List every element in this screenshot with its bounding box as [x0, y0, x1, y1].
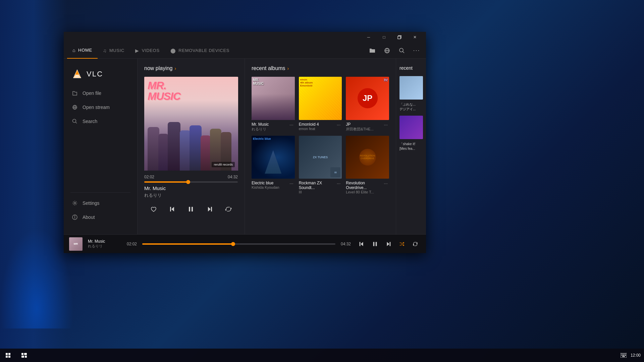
progress-handle[interactable] — [186, 180, 190, 184]
svg-rect-43 — [625, 355, 626, 356]
svg-rect-44 — [622, 356, 625, 357]
prev-button[interactable] — [166, 203, 178, 215]
sidebar-bottom: Settings About — [64, 196, 137, 228]
svg-line-14 — [75, 122, 77, 123]
album-art-title: MR.MUSIC — [148, 80, 180, 102]
pb-next-button[interactable] — [383, 239, 394, 249]
sidebar-divider — [70, 192, 130, 193]
start-button[interactable] — [0, 349, 16, 362]
close-button[interactable]: ✕ — [407, 32, 423, 43]
svg-rect-0 — [398, 36, 400, 39]
restore-button[interactable] — [392, 32, 407, 43]
more-btn-revolution[interactable]: ··· — [382, 181, 389, 186]
album-thumb-jp: JP 🇬🇧 — [346, 77, 389, 120]
album-info-electric: Electric blue Kishida Kyoudan ··· — [252, 181, 295, 189]
minimize-button[interactable]: ─ — [361, 32, 376, 43]
task-view-button[interactable] — [16, 349, 32, 362]
svg-rect-30 — [390, 242, 391, 246]
pb-progress-bar[interactable] — [142, 243, 335, 245]
pb-album-thumb: MR — [69, 237, 83, 251]
controls-row — [144, 203, 238, 215]
album-card-jp[interactable]: JP 🇬🇧 JP 岸田教団&THE... ··· — [346, 77, 389, 132]
about-icon — [72, 214, 78, 220]
mr-music-art: MR.MUSIC rerul — [144, 77, 238, 171]
pause-button[interactable] — [185, 203, 197, 215]
like-button[interactable] — [148, 203, 160, 215]
sidebar-item-open-file[interactable]: Open file — [64, 86, 137, 100]
pb-progress-fill — [142, 243, 233, 245]
album-card-emonloid[interactable]: emon4th albumEmonloid Emonloid 4 emon fe… — [299, 77, 342, 132]
repeat-button[interactable] — [222, 203, 234, 215]
more-btn-jp[interactable]: ··· — [382, 122, 389, 127]
recent-albums-panel: recent albums › MR.MUSIC — [245, 59, 396, 234]
recent-albums-arrow[interactable]: › — [287, 66, 289, 71]
svg-rect-41 — [621, 355, 622, 356]
album-info-revolution: Revolution Overdrive... Level 80 Elite T… — [346, 181, 389, 194]
svg-rect-42 — [622, 355, 624, 356]
album-info-mr-music: Mr. Music れるりリ ··· — [252, 122, 295, 132]
playback-bar: MR Mr. Music れるりリ 02:02 04:32 — [64, 234, 426, 253]
taskbar-time: 12:00 — [631, 353, 641, 358]
pb-progress-handle[interactable] — [231, 242, 235, 246]
next-button[interactable] — [204, 203, 216, 215]
more-btn-rockman[interactable]: ··· — [335, 181, 342, 186]
more-btn-emonloid[interactable]: ··· — [335, 122, 342, 127]
track-artist: れるりリ — [144, 192, 238, 198]
videos-icon: ▶ — [135, 48, 139, 53]
progress-bar[interactable] — [144, 181, 238, 183]
sidebar-item-about[interactable]: About — [64, 210, 137, 224]
recent-right-title: recent — [399, 65, 423, 71]
more-btn-mr-music[interactable]: ··· — [288, 122, 295, 127]
more-btn-electric[interactable]: ··· — [288, 181, 295, 186]
recent-right-item-2[interactable]: 「shake it![Mes fea... — [399, 116, 423, 151]
title-bar: ─ □ ✕ — [64, 32, 426, 43]
pb-pause-button[interactable] — [370, 239, 380, 249]
vlc-logo: VLC — [64, 65, 137, 86]
sidebar-item-settings[interactable]: Settings — [64, 196, 137, 210]
recent-right-item-1[interactable]: 「ぷれな...デジアイ... — [399, 76, 423, 112]
now-playing-arrow[interactable]: › — [175, 66, 176, 71]
globe-icon-btn[interactable] — [381, 45, 393, 57]
pb-repeat-button[interactable] — [410, 239, 421, 249]
svg-rect-34 — [25, 356, 27, 358]
nav-item-music[interactable]: ♫ MUSIC — [98, 43, 130, 59]
albums-grid: MR.MUSIC Mr. Music れるりリ ··· — [252, 77, 389, 194]
pb-shuffle-button[interactable] — [396, 239, 407, 249]
main-content: VLC Open file Open stream Search — [64, 59, 426, 234]
taskbar: 12:00 — [0, 349, 644, 362]
music-icon: ♫ — [103, 48, 107, 53]
more-icon-btn[interactable]: ··· — [411, 45, 423, 57]
pb-time-left: 02:02 — [127, 242, 137, 246]
svg-rect-33 — [21, 356, 24, 358]
sidebar-item-search[interactable]: Search — [64, 114, 137, 128]
track-title: Mr. Music — [144, 185, 238, 191]
pb-prev-button[interactable] — [356, 239, 367, 249]
nav-item-videos[interactable]: ▶ VIDEOS — [130, 43, 165, 59]
maximize-button[interactable]: □ — [376, 32, 392, 43]
settings-icon — [72, 200, 78, 206]
pb-artist: れるりリ — [88, 244, 121, 249]
sidebar: VLC Open file Open stream Search — [64, 59, 138, 234]
svg-marker-23 — [208, 207, 211, 212]
folder-icon-btn[interactable] — [366, 45, 378, 57]
svg-point-18 — [74, 216, 75, 216]
album-card-rockman[interactable]: ZX TUNES III Rockman ZX Soundt... III ··… — [299, 136, 342, 194]
album-card-mr-music[interactable]: MR.MUSIC Mr. Music れるりリ ··· — [252, 77, 295, 132]
taskbar-right: 12:00 — [621, 353, 644, 358]
nav-item-home[interactable]: ⌂ HOME — [67, 43, 98, 59]
album-card-electric-blue[interactable]: Electric blue Electric blue Kishida Kyou… — [252, 136, 295, 194]
nav-item-removable[interactable]: ⬤ REMOVABLE DEVICES — [165, 43, 235, 59]
search-icon-btn[interactable] — [396, 45, 408, 57]
album-card-revolution[interactable]: REVOLUTIONOVERDRIVE Revolution Overdrive… — [346, 136, 389, 194]
sidebar-item-open-stream[interactable]: Open stream — [64, 100, 137, 114]
svg-rect-31 — [21, 353, 23, 355]
now-playing-panel: now playing › MR.MUSIC — [138, 59, 245, 234]
open-stream-icon — [72, 104, 78, 110]
progress-fill — [144, 181, 188, 183]
svg-rect-39 — [624, 354, 625, 354]
removable-icon: ⬤ — [170, 48, 176, 53]
svg-rect-20 — [170, 207, 171, 212]
album-art-main: MR.MUSIC rerul — [144, 77, 238, 171]
album-thumb-electric-blue: Electric blue — [252, 136, 295, 179]
svg-rect-38 — [623, 354, 624, 354]
